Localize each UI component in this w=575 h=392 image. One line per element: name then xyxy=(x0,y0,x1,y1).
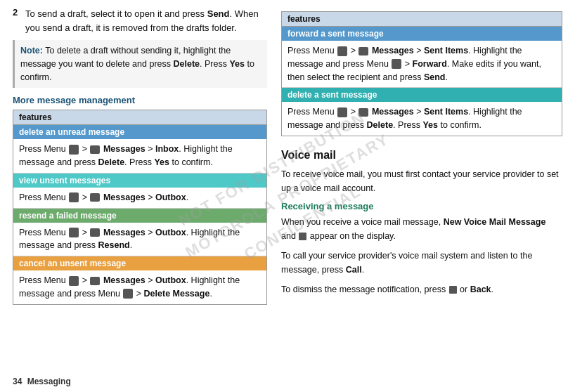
dismiss-icon xyxy=(449,286,457,294)
page-number: 34 xyxy=(13,377,22,386)
menu-icon-2 xyxy=(69,192,79,202)
voice-mail-para-1: When you receive a voice mail message, N… xyxy=(281,215,562,243)
feature-row-forward-sent: forward a sent message Press Menu > Mess… xyxy=(282,27,562,88)
msg-icon xyxy=(90,145,100,154)
msg-icon-2 xyxy=(90,193,100,202)
feature-table-left: features delete an unread message Press … xyxy=(13,110,267,304)
feature-row-view-unsent-title: view unsent messages xyxy=(13,174,266,188)
menu-icon-3 xyxy=(69,228,79,237)
page-section: Messaging xyxy=(27,377,71,386)
feature-row-resend-failed-body: Press Menu > Messages > Outbox. Highligh… xyxy=(13,223,266,256)
feature-row-delete-unread-title: delete an unread message xyxy=(13,125,266,139)
feature-row-resend-failed: resend a failed message Press Menu > Mes… xyxy=(13,209,266,257)
receiving-message-heading: Receiving a message xyxy=(281,201,562,211)
msg-icon-3 xyxy=(90,228,100,237)
feature-table-left-header: features xyxy=(13,110,266,125)
menu-icon-r1b xyxy=(392,59,401,69)
voice-mail-intro: To receive voice mail, you must first co… xyxy=(281,167,562,195)
numbered-item-2: 2 To send a draft, select it to open it … xyxy=(13,7,267,34)
feature-row-cancel-unsent-body: Press Menu > Messages > Outbox. Highligh… xyxy=(13,270,266,304)
feature-row-delete-unread: delete an unread message Press Menu > Me… xyxy=(13,125,266,174)
note-block: Note: To delete a draft without sending … xyxy=(13,40,267,88)
voice-mail-title: Voice mail xyxy=(281,149,562,162)
feature-row-forward-sent-body: Press Menu > Messages > Sent Items. High… xyxy=(282,41,562,87)
feature-row-view-unsent: view unsent messages Press Menu > Messag… xyxy=(13,174,266,209)
feature-row-delete-unread-body: Press Menu > Messages > Inbox. Highlight… xyxy=(13,139,266,173)
menu-icon-4 xyxy=(69,276,79,286)
menu-icon-5 xyxy=(123,289,133,299)
feature-table-right-header: features xyxy=(282,12,562,27)
feature-row-delete-sent: delete a sent message Press Menu > Messa… xyxy=(282,88,562,136)
menu-icon-r1 xyxy=(337,46,347,56)
feature-row-forward-sent-title: forward a sent message xyxy=(282,27,562,41)
page-footer: 34 Messaging xyxy=(13,377,74,386)
right-column: features forward a sent message Press Me… xyxy=(274,7,575,385)
feature-row-delete-sent-title: delete a sent message xyxy=(282,88,562,102)
menu-icon-r2 xyxy=(337,107,347,117)
section-heading-more-management: More message management xyxy=(13,95,267,105)
item-number: 2 xyxy=(13,7,21,34)
note-label: Note: xyxy=(20,46,43,55)
feature-row-cancel-unsent-title: cancel an unsent message xyxy=(13,256,266,270)
feature-table-right: features forward a sent message Press Me… xyxy=(281,11,562,136)
feature-row-delete-sent-body: Press Menu > Messages > Sent Items. High… xyxy=(282,102,562,136)
msg-icon-r1 xyxy=(358,47,368,55)
item-content: To send a draft, select it to open it an… xyxy=(25,7,267,34)
voice-mail-section: Voice mail To receive voice mail, you mu… xyxy=(281,149,562,296)
feature-row-view-unsent-body: Press Menu > Messages > Outbox. xyxy=(13,188,266,208)
left-column: 2 To send a draft, select it to open it … xyxy=(0,7,274,385)
menu-icon xyxy=(69,145,79,155)
msg-icon-r2 xyxy=(358,108,368,117)
voice-mail-para-2: To call your service provider's voice ma… xyxy=(281,249,562,277)
voice-mail-icon xyxy=(299,233,306,240)
msg-icon-4 xyxy=(90,277,100,285)
feature-row-cancel-unsent: cancel an unsent message Press Menu > Me… xyxy=(13,256,266,304)
feature-row-resend-failed-title: resend a failed message xyxy=(13,209,266,223)
page-container: 2 To send a draft, select it to open it … xyxy=(0,0,575,392)
voice-mail-para-3: To dismiss the message notification, pre… xyxy=(281,282,562,296)
